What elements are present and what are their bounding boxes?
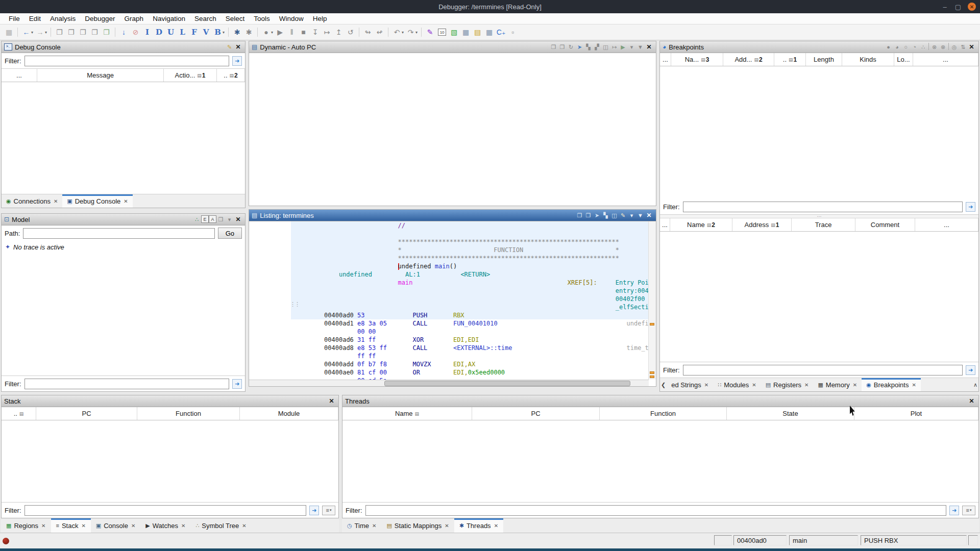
column-header-more[interactable]: ... [915,218,978,231]
undo-icon[interactable]: ↶ [391,27,402,38]
menu-graph[interactable]: Graph [120,15,149,22]
clear-cache-icon[interactable]: C₊ [496,27,506,38]
memory-table-icon[interactable]: ▦ [484,27,495,38]
tab-stack[interactable]: ≡Stack✕ [51,518,91,533]
tab-watches[interactable]: ▶Watches✕ [140,518,190,533]
dynamic-header[interactable]: ▤ Dynamic - Auto PC ❐❐↻➤▚▞◫↦▶▾▼✕ [249,41,656,53]
close-tab-icon[interactable]: ✕ [912,382,916,388]
resume-icon[interactable]: ▶ [275,27,285,38]
goto-icon[interactable]: ↓ [118,27,129,38]
maximize-icon[interactable]: ▢ [954,3,962,11]
disable-all-icon[interactable]: ◔ [910,43,919,51]
edit-mode-icon[interactable]: ✎ [425,27,435,38]
redo-icon[interactable]: ↷ [405,27,416,38]
close-icon[interactable]: ✕ [234,215,242,223]
step-out-icon[interactable]: ↥ [333,27,344,38]
capture-icon[interactable]: ◫ [601,43,610,51]
dropdown-icon[interactable]: ▾ [627,43,636,51]
menu-window[interactable]: Window [275,15,308,22]
filter-input[interactable] [24,379,230,389]
clear-filter-icon[interactable]: ➜ [232,379,242,389]
save-icon[interactable]: ▦ [4,27,14,38]
filter-input[interactable] [24,56,230,66]
copy-icon[interactable]: ❐ [549,43,558,51]
filter-icon[interactable]: ◎ [950,43,959,51]
paste-link-icon[interactable]: ❐ [101,27,112,38]
diagram-icon[interactable]: ∴ [192,215,201,223]
copy-icon[interactable]: ❐ [575,211,584,219]
close-tab-icon[interactable]: ✕ [181,523,185,529]
breakpoints-header[interactable]: ◕ Breakpoints ●◕○◔∴⊗⊗◎⇅✕ [660,41,978,53]
decompile-icon[interactable]: ▧ [449,27,459,38]
model-body[interactable] [2,253,245,375]
clear-breakpoint-icon[interactable]: ⊗ [930,43,939,51]
column-header-trace[interactable]: Trace [792,218,855,231]
column-header-more[interactable]: ... [2,69,37,82]
tab-scroll-left-icon[interactable]: ❮ [660,378,667,391]
threads-body[interactable] [342,420,978,502]
column-header-more[interactable]: ..▤2 [217,69,245,82]
clear-filter-icon[interactable]: ➜ [966,202,975,212]
column-header-name[interactable]: Name▤ [342,407,472,420]
close-tab-icon[interactable]: ✕ [81,523,85,529]
model-header[interactable]: ⊡ Model ∴EA❐▾✕ [2,214,245,226]
show-elements-icon[interactable]: E [201,215,209,223]
close-tab-icon[interactable]: ✕ [124,198,128,204]
close-tab-icon[interactable]: ✕ [131,523,135,529]
paste-icon[interactable]: ❐ [558,43,567,51]
tab-registers[interactable]: ▤Registers✕ [761,378,814,391]
column-header-state[interactable]: State [727,407,854,420]
column-header-na[interactable]: Na...▤3 [671,53,723,66]
close-tab-icon[interactable]: ✕ [853,382,857,388]
edit-icon[interactable]: ✎ [619,211,627,219]
close-tab-icon[interactable]: ✕ [242,523,246,529]
scrollbar-thumb[interactable] [384,381,630,386]
tab-connections[interactable]: ◉Connections✕ [2,194,62,208]
configure-icon[interactable]: ⇅ [959,43,967,51]
enable-all-icon[interactable]: ◕ [893,43,901,51]
capture-icon[interactable]: ◫ [610,211,619,219]
tab-symbol-tree[interactable]: ∴Symbol Tree✕ [190,518,251,533]
minimize-icon[interactable]: – [941,3,948,11]
clear-code-icon[interactable]: ⊘ [130,27,141,38]
bookmark-icon-dropdown[interactable]: ▾ [223,30,225,35]
close-icon[interactable]: ✕ [645,211,653,219]
skip-into-icon[interactable]: ↬ [362,27,373,38]
auto-pc-dropdown-icon[interactable]: ▶ [619,43,627,51]
forward-icon-dropdown[interactable]: ▾ [45,30,47,35]
column-header-pc[interactable]: PC [472,407,600,420]
clear-console-icon[interactable]: ✎ [225,43,234,51]
sync-static-icon[interactable]: ▚ [584,43,593,51]
column-header-function[interactable]: Function [600,407,727,420]
listing-marker-column[interactable] [648,221,656,380]
step-into-icon[interactable]: ↧ [310,27,321,38]
open-folder-icon[interactable]: ▤ [472,27,483,38]
dropdown-icon[interactable]: ▾ [627,211,636,219]
menu-search[interactable]: Search [190,15,221,22]
filter-input[interactable] [24,505,307,516]
column-header-actio[interactable]: Actio...▤1 [164,69,217,82]
panel-menu-icon[interactable]: ▼ [636,43,645,51]
tab-ed-strings[interactable]: ed Strings✕ [667,378,713,391]
clear-all-icon[interactable]: ⊗ [939,43,947,51]
debug-console-header[interactable]: >_ Debug Console ✎✕ [2,41,245,53]
bookmark-marker[interactable] [650,375,654,378]
paste-icon[interactable]: ❐ [66,27,77,38]
column-header-add[interactable]: Add...▤2 [723,53,774,66]
paste-icon[interactable]: ❐ [216,215,225,223]
attach-icon[interactable]: ✱ [243,27,254,38]
copy-special-icon[interactable]: ❐ [78,27,88,38]
bookmark-marker[interactable] [650,371,654,374]
go-button[interactable]: Go [218,228,242,239]
column-header-length[interactable]: Length [806,53,842,66]
close-icon[interactable]: ✕ [234,43,242,51]
menu-debugger[interactable]: Debugger [80,15,119,22]
column-header-more[interactable]: ..▤ [2,407,36,420]
tab-modules[interactable]: ∷Modules✕ [713,378,761,391]
close-icon[interactable]: ✕ [967,397,976,405]
title-bar[interactable]: Debugger: /termmines [Read-Only] – ▢ ✕ [0,0,980,13]
back-icon[interactable]: ← [21,27,32,38]
column-header-lo[interactable]: Lo... [894,53,913,66]
close-tab-icon[interactable]: ✕ [752,382,756,388]
disable-breakpoint-icon[interactable]: ○ [901,43,910,51]
